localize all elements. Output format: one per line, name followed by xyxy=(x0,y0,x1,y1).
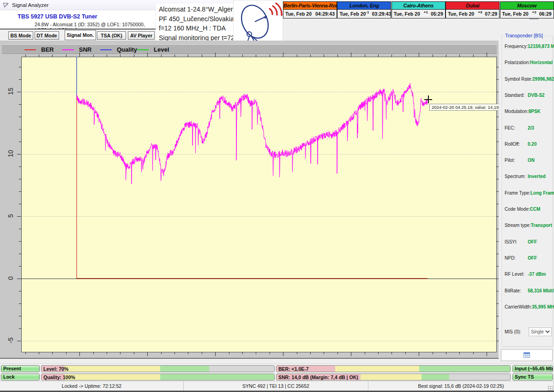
transponder-row-codemode: Code Mode:CCM xyxy=(505,207,551,212)
annotation-line: PF 450_Lučenec/Slovakia xyxy=(159,14,240,24)
field-value: OFF xyxy=(528,239,537,244)
clock-time: 05:29 xyxy=(431,11,443,17)
field-value: CCM xyxy=(530,207,540,212)
clock-city: Cairo-Athens xyxy=(392,2,445,10)
field-value: ON xyxy=(528,158,535,163)
tab-tsa-ok-[interactable]: TSA (OK) xyxy=(97,31,126,40)
meter-quality: Quality: 100% xyxy=(41,374,275,380)
tuner-info-panel: TBS 5927 USB DVB-S2 Tuner 24.8W - Alcoms… xyxy=(0,10,156,29)
status-badge-input: Input (~55,45 Mbps) xyxy=(512,365,553,372)
meter-segment-gray xyxy=(209,366,274,372)
transponder-row-spectrum: Spectrum:Inverted xyxy=(505,174,551,179)
status-cell-0: Locked -> Uptime: 72:12:52 xyxy=(0,381,184,391)
clock-date: Tue, Feb 20 xyxy=(285,11,312,17)
y-axis-tick-label: 10 xyxy=(7,148,14,160)
field-label: BitRate: xyxy=(505,288,528,293)
annotation-block: Alcomsat 1-24.8°W_AlgeriaPF 450_Lučenec/… xyxy=(156,4,243,44)
transponder-row-frametype: Frame Type:Long Frame xyxy=(505,190,551,196)
status-badge-lock: Lock xyxy=(1,374,40,380)
clock-city: Moscow xyxy=(500,2,554,10)
field-value: Horizontal xyxy=(530,60,553,65)
clock-1: London, EngTue, Feb 20-103:29:43 xyxy=(337,1,391,18)
tuner-name: TBS 5927 USB DVB-S2 Tuner xyxy=(18,13,97,20)
chart-panel: BERSNRQualityLevel 151050-5 2024-02-20 0… xyxy=(0,41,499,359)
satellite-dish-icon xyxy=(234,0,283,44)
crosshair-cursor xyxy=(424,95,432,103)
y-axis-tick-label: 0 xyxy=(7,272,14,284)
meter-segment-yellow xyxy=(65,374,160,380)
field-value: 58,316 Mbit/s xyxy=(528,288,554,293)
y-axis-tick-label: 5 xyxy=(7,210,14,222)
field-label: Frame Type: xyxy=(505,190,530,196)
field-label: CarrierWidth: xyxy=(505,304,532,309)
transponder-panel: Transponder [BS] Frequency:12159,873 MHz… xyxy=(501,19,554,363)
transponder-row-pilot: Pilot:ON xyxy=(505,158,551,163)
field-label: Code Mode: xyxy=(505,207,530,212)
annotation-line: Alcomsat 1-24.8°W_Algeria xyxy=(159,5,240,14)
mis-row: MIS (0): Single xyxy=(505,327,552,336)
transponder-row-issyi: ISSYIOFF xyxy=(505,239,551,244)
clock-time: 03:29:43 xyxy=(372,11,391,17)
meter-segment-green xyxy=(160,374,274,380)
clock-utc-offset: +1 xyxy=(420,10,431,14)
status-badge-syncts: Sync TS xyxy=(512,374,553,380)
clock-date: Tue, Feb 20 xyxy=(339,11,366,17)
clock-date: Tue, Feb 20 xyxy=(394,11,420,17)
field-value: 2/3 xyxy=(528,125,534,131)
field-label: Modulation: xyxy=(505,109,529,114)
transponder-row-rflevel: RF Level:-37 dBm xyxy=(505,272,551,277)
field-label: RF Level: xyxy=(505,272,528,277)
tab-dt-mode[interactable]: DT Mode xyxy=(35,31,59,40)
y-axis-tick-label: 15 xyxy=(7,85,14,97)
field-label: Stream type: xyxy=(505,223,531,228)
clock-date: Tue, Feb 20 xyxy=(448,11,474,17)
clock-city: London, Eng xyxy=(337,2,391,10)
clock-time: 07:29 xyxy=(485,11,497,17)
clock-0: Berlin-Paris-Vienna-RomaTue, Feb 2004:29… xyxy=(283,1,337,18)
meter-label: Quality: 100% xyxy=(43,374,75,380)
clock-utc-offset: +2 xyxy=(529,10,539,14)
meter-segment-green xyxy=(419,366,510,372)
transponder-row-streamtype: Stream type:Transport xyxy=(505,223,551,228)
window-title: Signal Analyzer xyxy=(12,2,48,8)
meter-segment-green xyxy=(160,366,209,372)
field-value: Inverted xyxy=(528,174,546,179)
meter-segment-yellow xyxy=(65,366,160,372)
field-value: Long Frame xyxy=(530,190,554,196)
mis-select[interactable]: Single xyxy=(529,327,552,336)
transponder-row-npd: NPD:OFF xyxy=(505,255,551,261)
transponder-row-bitrate: BitRate:58,316 Mbit/s xyxy=(505,288,551,293)
field-label: Standard: xyxy=(505,93,528,98)
field-value: 12159,873 MHz xyxy=(528,44,554,49)
field-value: 29996,982 KS/s xyxy=(532,77,554,82)
clock-city: Berlin-Paris-Vienna-Roma xyxy=(283,2,337,10)
clock-time: 04:29:43 xyxy=(315,11,335,17)
field-label: NPD: xyxy=(505,255,528,261)
status-cell-2: Best signal: 15,6 dB (2024-02-19 02:25) xyxy=(368,381,554,391)
field-label: FEC: xyxy=(505,125,528,131)
field-value: Transport xyxy=(531,223,552,228)
tab-av-player[interactable]: AV Player xyxy=(128,31,155,40)
transponder-row-rolloff: RollOff:0.20 xyxy=(505,142,551,147)
field-label: ISSYI xyxy=(505,239,528,244)
meter-segment-gray xyxy=(449,374,510,380)
transponder-title: Transponder [BS] xyxy=(504,33,544,38)
clock-2: Cairo-AthensTue, Feb 20+105:29 xyxy=(391,1,446,18)
meter-segment-green xyxy=(422,374,450,380)
tab-bs-mode[interactable]: BS Mode xyxy=(8,31,33,40)
clock-4: MoscowTue, Feb 20+206:29 xyxy=(500,1,554,18)
transport-list-button[interactable] xyxy=(501,349,553,361)
field-value: 0.20 xyxy=(528,142,536,147)
meter-ber: BER: <1.0E-7 xyxy=(276,365,511,372)
tab-signal-mon-[interactable]: Signal Mon. xyxy=(65,30,96,40)
field-label: Frequency: xyxy=(505,44,528,49)
transponder-row-modulation: Modulation:8PSK xyxy=(505,109,551,114)
meter-level: Level: 70% xyxy=(41,365,275,372)
signal-chart[interactable] xyxy=(0,41,499,359)
field-value: DVB-S2 xyxy=(528,93,545,98)
meter-strip: PresentLockInput (~55,45 Mbps)Sync TSLev… xyxy=(0,363,554,381)
table-icon xyxy=(524,352,530,358)
meter-label: SNR: 14,0 dB (Margin: 7,4 dB | OK) xyxy=(278,374,358,380)
transponder-row-standard: Standard:DVB-S2 xyxy=(505,93,551,98)
status-cell-1: SYNC 492 | TEI 13 | CC 25652 xyxy=(184,381,368,391)
